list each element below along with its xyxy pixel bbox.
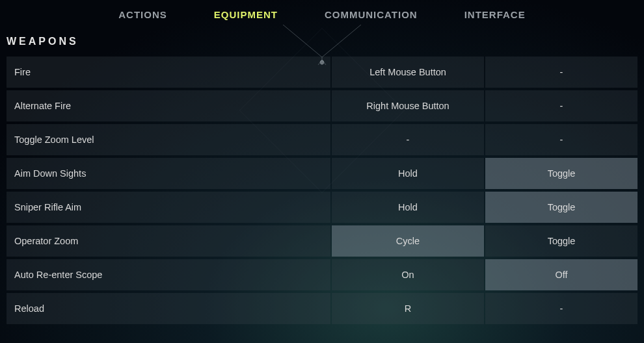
- setting-label: Fire: [7, 57, 330, 88]
- setting-option-secondary: -: [485, 57, 637, 88]
- table-row: Alternate FireRight Mouse Button-: [7, 90, 637, 121]
- setting-label: Aim Down Sights: [7, 158, 330, 189]
- setting-option-secondary[interactable]: Toggle: [485, 158, 637, 189]
- setting-option-secondary[interactable]: Toggle: [485, 225, 637, 257]
- table-row: Operator ZoomCycleToggle: [7, 225, 637, 257]
- table-row: ReloadR-: [7, 293, 637, 324]
- table-row: Auto Re-enter ScopeOnOff: [7, 259, 637, 290]
- table-row: Aim Down SightsHoldToggle: [7, 158, 637, 189]
- setting-label: Auto Re-enter Scope: [7, 259, 330, 290]
- setting-option-secondary: -: [485, 124, 637, 155]
- setting-option-primary[interactable]: On: [332, 259, 484, 290]
- setting-option-secondary[interactable]: Off: [485, 259, 637, 290]
- tab-interface[interactable]: INTERFACE: [464, 9, 526, 20]
- setting-option-secondary[interactable]: Toggle: [485, 192, 637, 223]
- setting-option-secondary: -: [485, 293, 637, 324]
- setting-label: Operator Zoom: [7, 225, 330, 257]
- setting-option-secondary: -: [485, 90, 637, 121]
- setting-option-primary: -: [332, 124, 484, 155]
- section-title-weapons: WEAPONS: [7, 36, 644, 47]
- table-row: Sniper Rifle AimHoldToggle: [7, 192, 637, 223]
- setting-label: Toggle Zoom Level: [7, 124, 330, 155]
- setting-label: Reload: [7, 293, 330, 324]
- setting-option-primary[interactable]: Cycle: [332, 225, 484, 257]
- tab-bar: ACTIONSEQUIPMENTCOMMUNICATIONINTERFACE: [0, 0, 644, 20]
- setting-label: Alternate Fire: [7, 90, 330, 121]
- tab-communication[interactable]: COMMUNICATION: [325, 9, 418, 20]
- tab-actions[interactable]: ACTIONS: [118, 9, 167, 20]
- setting-option-primary[interactable]: Left Mouse Button: [332, 57, 484, 88]
- setting-label: Sniper Rifle Aim: [7, 192, 330, 223]
- setting-option-primary[interactable]: R: [332, 293, 484, 324]
- settings-table: FireLeft Mouse Button-Alternate FireRigh…: [0, 57, 644, 324]
- tab-equipment[interactable]: EQUIPMENT: [214, 9, 278, 20]
- table-row: Toggle Zoom Level--: [7, 124, 637, 155]
- setting-option-primary[interactable]: Right Mouse Button: [332, 90, 484, 121]
- table-row: FireLeft Mouse Button-: [7, 57, 637, 88]
- setting-option-primary[interactable]: Hold: [332, 192, 484, 223]
- setting-option-primary[interactable]: Hold: [332, 158, 484, 189]
